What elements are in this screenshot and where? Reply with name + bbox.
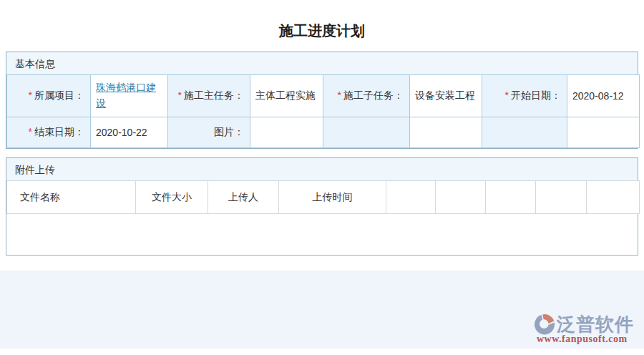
label-start-date-text: 开始日期： (511, 89, 561, 101)
label-image: 图片： (168, 117, 250, 148)
attachments-section: 附件上传 文件名称 文件大小 上传人 上传时间 (6, 157, 638, 256)
label-end-date: *结束日期： (7, 117, 91, 148)
required-marker: * (505, 89, 509, 101)
required-marker: * (29, 89, 32, 101)
column-header-upload-time: 上传时间 (279, 181, 386, 214)
required-marker: * (338, 89, 341, 101)
label-project-text: 所属项目： (34, 89, 84, 101)
logo-text: 泛普软件 (557, 313, 634, 335)
basic-info-section-header: 基本信息 (6, 52, 638, 74)
logo-url: www.fanpusoft.com (534, 334, 634, 345)
basic-info-row-2: *结束日期： 2020-10-22 图片： (7, 117, 640, 148)
basic-info-table: *所属项目： 珠海鹤港口建设 *施工主任务： 主体工程实施 *施工子任务： 设备… (6, 74, 640, 148)
attachments-table: 文件名称 文件大小 上传人 上传时间 (6, 180, 640, 214)
value-sub-task: 设备安装工程 (410, 75, 482, 117)
project-link[interactable]: 珠海鹤港口建设 (96, 82, 156, 109)
label-start-date: *开始日期： (482, 75, 567, 117)
value-start-date: 2020-08-12 (567, 75, 640, 117)
attachments-empty-area (6, 214, 638, 255)
required-marker: * (29, 126, 32, 137)
value-main-task: 主体工程实施 (250, 75, 323, 117)
column-header-empty (536, 181, 587, 214)
column-header-file-name: 文件名称 (7, 181, 136, 214)
empty-label-cell (482, 117, 567, 148)
required-marker: * (178, 89, 182, 101)
fanpu-logo-top: 泛普软件 (534, 313, 634, 335)
fanpu-logo-icon (534, 313, 555, 335)
column-header-file-size: 文件大小 (136, 181, 208, 214)
value-project: 珠海鹤港口建设 (91, 75, 168, 117)
page-footer: 泛普软件 www.fanpusoft.com (0, 271, 644, 349)
label-sub-task-text: 施工子任务： (343, 89, 404, 101)
empty-value-cell (410, 117, 482, 148)
basic-info-section: 基本信息 *所属项目： 珠海鹤港口建设 *施工主任务： 主体工程实施 *施工子任… (6, 52, 638, 149)
empty-value-cell (567, 117, 640, 148)
value-end-date: 2020-10-22 (91, 117, 168, 148)
column-header-empty (386, 181, 436, 214)
label-main-task: *施工主任务： (168, 75, 250, 117)
label-main-task-text: 施工主任务： (184, 89, 244, 101)
label-sub-task: *施工子任务： (323, 75, 410, 117)
column-header-empty (436, 181, 486, 214)
label-image-text: 图片： (214, 126, 244, 137)
label-end-date-text: 结束日期： (34, 126, 84, 137)
label-project: *所属项目： (7, 75, 91, 117)
attachments-section-header: 附件上传 (6, 158, 638, 180)
column-header-empty (587, 181, 640, 214)
fanpu-logo[interactable]: 泛普软件 www.fanpusoft.com (534, 313, 634, 345)
column-header-empty (486, 181, 536, 214)
attachments-header-row: 文件名称 文件大小 上传人 上传时间 (7, 181, 640, 214)
empty-label-cell (323, 117, 410, 148)
page-title: 施工进度计划 (0, 0, 644, 40)
column-header-uploader: 上传人 (208, 181, 279, 214)
basic-info-row-1: *所属项目： 珠海鹤港口建设 *施工主任务： 主体工程实施 *施工子任务： 设备… (7, 75, 640, 117)
value-image (250, 117, 323, 148)
